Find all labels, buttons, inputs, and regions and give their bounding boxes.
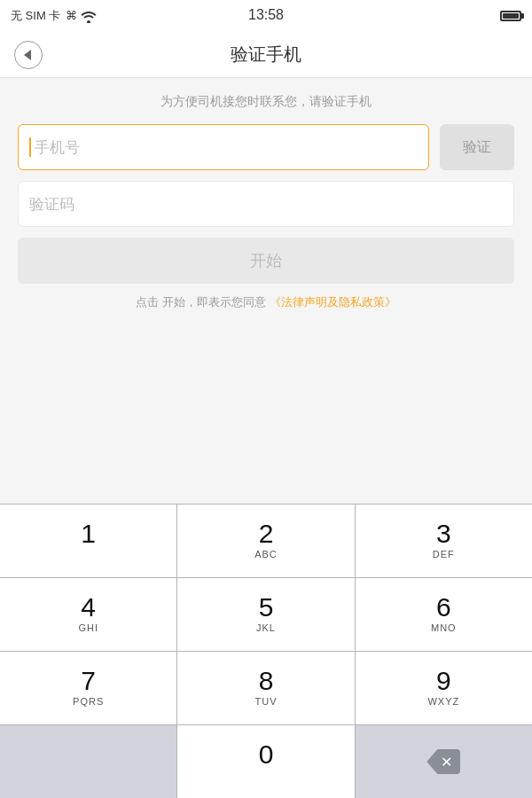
key-letters: ABC bbox=[254, 549, 278, 561]
key-letters: GHI bbox=[78, 622, 98, 635]
key-letters: WXYZ bbox=[427, 696, 459, 708]
svg-point-0 bbox=[87, 20, 90, 23]
delete-key[interactable]: ✕ bbox=[356, 725, 532, 798]
code-placeholder: 验证码 bbox=[29, 194, 74, 215]
start-button[interactable]: 开始 bbox=[18, 238, 514, 284]
key-empty bbox=[0, 725, 177, 798]
key-letters: PQRS bbox=[73, 696, 104, 708]
page-title: 验证手机 bbox=[231, 43, 301, 66]
delete-icon: ✕ bbox=[426, 749, 460, 774]
key-0[interactable]: 0 bbox=[177, 725, 355, 798]
key-letters: MNO bbox=[431, 622, 457, 635]
status-battery bbox=[500, 11, 521, 21]
key-6[interactable]: 6 MNO bbox=[356, 578, 532, 651]
chevron-left-icon bbox=[24, 50, 31, 60]
key-number: 2 bbox=[259, 520, 274, 547]
key-8[interactable]: 8 TUV bbox=[177, 652, 355, 724]
wifi-icon: ⌘ bbox=[66, 9, 97, 23]
phone-input[interactable]: 手机号 bbox=[18, 124, 429, 170]
key-number: 8 bbox=[259, 668, 274, 694]
key-number: 9 bbox=[436, 668, 451, 694]
cursor-indicator bbox=[29, 137, 31, 157]
key-5[interactable]: 5 JKL bbox=[177, 578, 355, 651]
key-number: 0 bbox=[259, 741, 274, 768]
phone-placeholder: 手机号 bbox=[35, 137, 80, 158]
key-number: 4 bbox=[81, 594, 96, 621]
key-4[interactable]: 4 GHI bbox=[0, 578, 177, 651]
back-button[interactable] bbox=[14, 41, 43, 69]
form-area: 为方便司机接您时联系您，请验证手机 手机号 验证 验证码 开始 点击 开始，即表… bbox=[0, 78, 532, 316]
key-letters: DEF bbox=[433, 549, 455, 561]
key-letters: TUV bbox=[254, 696, 277, 708]
key-1[interactable]: 1 bbox=[0, 505, 177, 577]
key-number: 6 bbox=[436, 594, 451, 621]
status-sim: 无 SIM 卡 ⌘ bbox=[11, 8, 97, 24]
keyboard-row-0: 1 2 ABC 3 DEF bbox=[0, 505, 532, 578]
key-number: 1 bbox=[81, 520, 96, 547]
status-time: 13:58 bbox=[248, 7, 284, 23]
key-number: 3 bbox=[436, 520, 451, 547]
status-bar: 无 SIM 卡 ⌘ 13:58 bbox=[0, 0, 532, 32]
key-number: 5 bbox=[259, 594, 274, 621]
nav-bar: 验证手机 bbox=[0, 32, 532, 78]
phone-input-row: 手机号 验证 bbox=[18, 124, 514, 170]
key-letters: JKL bbox=[256, 622, 276, 635]
terms-prefix: 点击 开始，即表示您同意 bbox=[136, 295, 269, 309]
keyboard-row-1: 4 GHI 5 JKL 6 MNO bbox=[0, 578, 532, 652]
key-2[interactable]: 2 ABC bbox=[177, 505, 355, 577]
battery-icon bbox=[500, 11, 521, 21]
subtitle-text: 为方便司机接您时联系您，请验证手机 bbox=[18, 94, 514, 110]
code-input[interactable]: 验证码 bbox=[18, 181, 514, 227]
keyboard-row-2: 7 PQRS 8 TUV 9 WXYZ bbox=[0, 652, 532, 725]
verify-button[interactable]: 验证 bbox=[440, 124, 514, 170]
terms-link[interactable]: 《法律声明及隐私政策》 bbox=[270, 295, 396, 309]
terms-text: 点击 开始，即表示您同意 《法律声明及隐私政策》 bbox=[18, 294, 514, 316]
key-3[interactable]: 3 DEF bbox=[356, 505, 532, 577]
sim-text: 无 SIM 卡 bbox=[11, 8, 60, 24]
key-9[interactable]: 9 WXYZ bbox=[356, 652, 532, 724]
keyboard-row-3: 0 ✕ bbox=[0, 725, 532, 798]
key-number: 7 bbox=[81, 668, 96, 694]
key-7[interactable]: 7 PQRS bbox=[0, 652, 177, 724]
numeric-keyboard: 1 2 ABC 3 DEF 4 GHI 5 JKL 6 MNO 7 PQRS bbox=[0, 504, 532, 798]
